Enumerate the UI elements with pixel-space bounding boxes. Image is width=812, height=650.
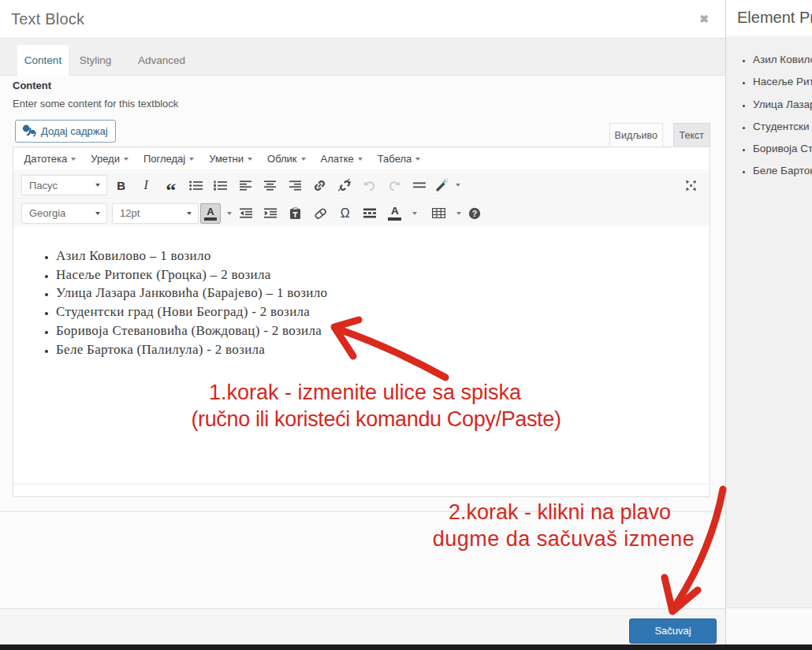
font-family-select[interactable]: Georgia (21, 203, 107, 224)
align-center-button[interactable] (258, 174, 283, 196)
list-item: Насеље Ритопек (Гроцка) – 2 возила (56, 266, 710, 284)
element-preview-header: Element Preview (726, 0, 812, 36)
element-preview-footer (726, 607, 812, 644)
table-icon[interactable] (426, 202, 452, 225)
modal-title: Text Block (11, 10, 84, 28)
editor-statusbar (13, 484, 710, 496)
menu-view[interactable]: Погледај (136, 147, 201, 171)
chevron-down-icon (248, 158, 252, 161)
element-preview-title: Element Preview (737, 9, 812, 27)
menu-insert[interactable]: Уметни (202, 147, 260, 171)
outdent-icon[interactable] (233, 202, 259, 225)
redo-icon[interactable] (382, 174, 408, 196)
bold-button[interactable]: B (109, 174, 134, 196)
editor-text-tab[interactable]: Текст (673, 123, 710, 147)
chevron-down-icon (95, 184, 100, 187)
preview-list-item: Азил Ковилово – 1 возило (753, 49, 812, 71)
special-character-button[interactable]: Ω (333, 202, 358, 225)
chevron-down-icon (187, 212, 192, 215)
page: Text Block ✖ Content Styling Advanced Co… (0, 0, 812, 650)
tab-styling[interactable]: Styling (74, 45, 117, 76)
list-item: Студентски град (Нови Београд) - 2 возил… (56, 303, 710, 321)
chevron-down-icon (301, 158, 306, 161)
annotation-step2-line2: dugme da sačuvaš izmene (327, 526, 800, 552)
bottom-bar (0, 644, 812, 650)
rich-text-editor: Датотека Уреди Погледај Уметни Облик Ала… (13, 147, 710, 497)
font-color-dropdown[interactable] (408, 202, 419, 225)
more-tag-icon[interactable] (407, 174, 432, 196)
close-icon[interactable]: ✖ (699, 13, 709, 25)
list-item: Азил Ковилово – 1 возило (56, 247, 710, 266)
list-item: Боривоја Стевановића (Вождовац) - 2 вози… (56, 321, 710, 340)
magic-wand-dropdown[interactable] (451, 174, 462, 196)
preview-list-item: Боривоја Стевановића (Вождовац) - 2 вози… (753, 138, 812, 160)
undo-icon[interactable] (357, 174, 382, 196)
table-dropdown[interactable] (451, 202, 462, 225)
blockquote-button[interactable]: “ (158, 174, 184, 196)
modal-footer: Sačuvaj (0, 608, 725, 644)
street-list: Азил Ковилово – 1 возило Насеље Ритопек … (40, 247, 710, 358)
horizontal-line-options-icon[interactable] (358, 202, 383, 225)
paragraph-format-select[interactable]: Пасус (21, 175, 107, 195)
unlink-icon[interactable] (333, 174, 358, 196)
add-content-label: Додај садржај (41, 125, 108, 137)
annotation-step1-line2: (ručno ili koristeći komandu Copy/Paste) (140, 406, 613, 433)
indent-icon[interactable] (259, 202, 284, 225)
tab-content[interactable]: Content (17, 45, 69, 76)
annotation-step2-line1: 2.korak - klikni na plavo (323, 499, 796, 526)
chevron-down-icon (412, 212, 417, 215)
font-color-button[interactable]: A (382, 202, 408, 225)
chevron-down-icon (358, 158, 363, 161)
modal-tabbar: Content Styling Advanced (0, 39, 725, 76)
list-item: Улица Лазара Јанковића (Барајево) – 1 во… (56, 284, 710, 303)
annotation-step1: 1.korak - izmenite ulice sa spiska (ručn… (129, 379, 602, 433)
content-field-label: Content (13, 80, 51, 91)
chevron-down-icon (71, 158, 76, 161)
text-color-button[interactable]: A (200, 203, 221, 224)
menu-table[interactable]: Табела (370, 147, 428, 171)
menu-edit[interactable]: Уреди (84, 147, 136, 171)
preview-list-item: Беле Бартока (Палилула) - 2 возила (753, 160, 812, 182)
chevron-down-icon (95, 212, 100, 215)
menu-format[interactable]: Облик (260, 147, 314, 171)
annotation-step1-line1: 1.korak - izmenite ulice sa spiska (129, 379, 602, 406)
font-size-select[interactable]: 12pt (112, 203, 199, 224)
align-left-button[interactable] (233, 174, 259, 196)
svg-text:?: ? (472, 208, 477, 217)
editor-visual-tab[interactable]: Видљиво (609, 123, 663, 147)
save-button[interactable]: Sačuvaj (629, 618, 717, 644)
numbered-list-button[interactable] (208, 174, 233, 196)
help-icon[interactable]: ? (462, 202, 487, 225)
magic-wand-icon[interactable] (432, 174, 451, 196)
clear-formatting-icon[interactable] (308, 202, 333, 225)
link-icon[interactable] (307, 174, 333, 196)
editor-content-area[interactable]: Азил Ковилово – 1 возило Насеље Ритопек … (13, 226, 710, 484)
chevron-down-icon (189, 158, 194, 161)
editor-toolbar-row2: Georgia 12pt A (13, 200, 710, 227)
editor-menubar: Датотека Уреди Погледај Уметни Облик Ала… (13, 147, 710, 171)
text-color-dropdown[interactable] (221, 202, 233, 225)
tab-advanced[interactable]: Advanced (134, 45, 189, 76)
menu-tools[interactable]: Алатке (313, 147, 370, 171)
menu-file[interactable]: Датотека (17, 147, 84, 171)
preview-list-item: Насеље Ритопек (Гроцка) – 2 возила (753, 71, 812, 93)
chevron-down-icon (124, 158, 129, 161)
content-field-hint: Enter some content for this textblock (13, 98, 178, 110)
element-preview-list: Азил Ковилово – 1 возило Насеље Ритопек … (726, 49, 812, 183)
fullscreen-icon[interactable] (679, 174, 704, 196)
bullet-list-button[interactable] (184, 174, 209, 196)
modal-header: Text Block ✖ (0, 0, 725, 39)
add-content-icon (21, 124, 36, 139)
add-content-button[interactable]: Додај садржај (15, 120, 116, 143)
preview-list-item: Студентски град (Нови Београд) - 2 возил… (753, 116, 812, 138)
chevron-down-icon (456, 212, 461, 215)
text-block-modal: Text Block ✖ Content Styling Advanced Co… (0, 0, 725, 650)
chevron-down-icon (415, 158, 420, 161)
italic-button[interactable]: I (134, 174, 159, 196)
align-right-button[interactable] (283, 174, 308, 196)
chevron-down-icon (456, 184, 460, 187)
chevron-down-icon (227, 212, 232, 215)
annotation-step2: 2.korak - klikni na plavo dugme da sačuv… (323, 499, 796, 552)
list-item: Беле Бартока (Палилула) - 2 возила (56, 340, 710, 359)
paste-as-text-icon[interactable] (283, 202, 308, 225)
